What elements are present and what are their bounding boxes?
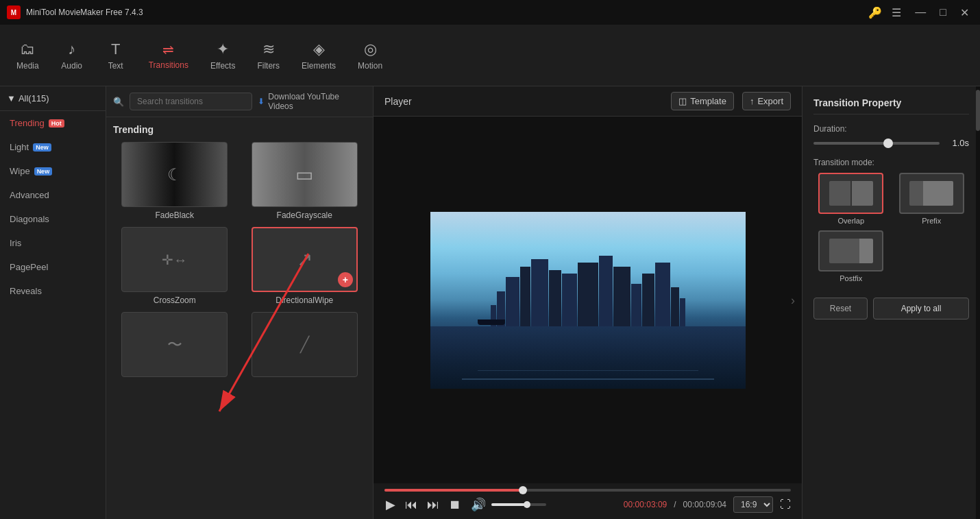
volume-fill: [491, 503, 527, 506]
apply-to-all-btn[interactable]: Apply to all: [873, 298, 969, 319]
transition-grid: ☾ FadeBlack ▭ FadeGrayscale ✛↔ Cros: [113, 142, 366, 381]
total-time: 00:00:09:04: [683, 500, 726, 509]
sidebar-item-trending[interactable]: Trending Hot: [0, 111, 106, 135]
reset-btn[interactable]: Reset: [813, 298, 868, 319]
postfix-thumb[interactable]: [818, 230, 883, 271]
light-badge: New: [33, 143, 51, 152]
transitions-icon: ⇌: [162, 41, 174, 58]
transitions-grid-scroll: Trending ☾ FadeBlack ▭ FadeGrayscale: [106, 117, 373, 519]
scrollbar-thumb: [976, 90, 980, 131]
misc-icon: ╱: [300, 336, 309, 354]
reveals-label: Reveals: [10, 286, 42, 296]
prefix-thumb[interactable]: [899, 173, 964, 214]
overlap-thumb[interactable]: [818, 173, 883, 214]
mode-overlap[interactable]: Overlap: [813, 173, 889, 225]
mode-prefix[interactable]: Prefix: [894, 173, 970, 225]
tool-filters[interactable]: ≋ Filters: [247, 35, 289, 76]
transition-property-panel: Transition Property Duration: 1.0s Trans…: [802, 86, 980, 519]
app-logo: M: [7, 5, 21, 19]
chevron-down-icon: ▼: [7, 93, 16, 104]
transition-thumb-misc[interactable]: ╱: [252, 312, 358, 377]
sidebar-item-iris[interactable]: Iris: [0, 231, 106, 255]
grayscale-icon: ▭: [295, 163, 313, 186]
audio-icon: ♪: [68, 40, 75, 58]
progress-fill: [384, 489, 523, 492]
add-transition-btn[interactable]: +: [338, 272, 353, 287]
fadegrayscale-label: FadeGrayscale: [277, 210, 332, 220]
fadeblack-label: FadeBlack: [155, 210, 194, 220]
crosszoom-label: CrossZoom: [154, 295, 196, 305]
stop-btn[interactable]: ⏹: [448, 496, 463, 514]
sidebar-item-diagonals[interactable]: Diagonals: [0, 207, 106, 231]
trending-label: Trending: [10, 118, 45, 128]
download-icon: ⬇: [258, 97, 265, 106]
diagonal-icon: ↗: [297, 248, 313, 271]
sidebar-item-wipe[interactable]: Wipe New: [0, 159, 106, 183]
aspect-ratio-select[interactable]: 16:9 4:3 1:1: [733, 496, 773, 513]
mode-postfix[interactable]: Postfix: [813, 230, 889, 282]
transition-item-misc[interactable]: ╱: [243, 312, 367, 381]
titlebar-left: M MiniTool MovieMaker Free 7.4.3: [7, 5, 143, 19]
main-toolbar: 🗂 Media ♪ Audio T Text ⇌ Transitions ✦ E…: [0, 25, 980, 86]
transitions-panel: 🔍 ⬇ Download YouTube Videos Trending ☾ F…: [106, 86, 373, 519]
transition-item-wave[interactable]: 〜: [113, 312, 236, 381]
tool-motion[interactable]: ◎ Motion: [348, 35, 392, 76]
tool-elements[interactable]: ◈ Elements: [292, 35, 345, 76]
play-btn[interactable]: ▶: [384, 496, 397, 514]
transition-thumb-fadeblack[interactable]: ☾: [121, 142, 228, 207]
panel-title: Transition Property: [813, 97, 969, 114]
mode-section: Transition mode: Overlap: [813, 158, 969, 282]
tool-media[interactable]: 🗂 Media: [7, 35, 49, 76]
duration-label: Duration:: [813, 124, 969, 134]
prev-btn[interactable]: ⏮: [404, 496, 419, 514]
volume-handle[interactable]: [524, 501, 530, 508]
pagepeel-label: PagePeel: [10, 262, 48, 272]
progress-bar[interactable]: [384, 489, 791, 492]
overlap-label: Overlap: [837, 217, 864, 225]
all-category-header[interactable]: ▼ All(115): [0, 86, 106, 111]
duration-value: 1.0s: [945, 138, 969, 148]
elements-icon: ◈: [313, 40, 325, 58]
export-btn[interactable]: ↑ Export: [742, 92, 791, 110]
tool-audio[interactable]: ♪ Audio: [51, 35, 93, 76]
transition-item-crosszoom[interactable]: ✛↔ CrossZoom: [113, 227, 236, 305]
transition-thumb-wave[interactable]: 〜: [121, 312, 228, 377]
close-btn[interactable]: ✕: [956, 5, 973, 21]
search-input[interactable]: [130, 93, 252, 110]
transition-thumb-crosszoom[interactable]: ✛↔: [121, 227, 228, 292]
next-btn[interactable]: ⏭: [426, 496, 441, 514]
titlebar: M MiniTool MovieMaker Free 7.4.3 🔑 ☰ — □…: [0, 0, 980, 25]
duration-slider[interactable]: [813, 142, 940, 145]
mode-label: Transition mode:: [813, 158, 969, 167]
transition-thumb-fadegrayscale[interactable]: ▭: [252, 142, 358, 207]
sidebar-item-light[interactable]: Light New: [0, 135, 106, 159]
fullscreen-btn[interactable]: ⛶: [780, 498, 791, 511]
volume-icon[interactable]: 🔊: [469, 496, 487, 514]
transition-item-fadeblack[interactable]: ☾ FadeBlack: [113, 142, 236, 220]
player-video: ›: [373, 117, 802, 483]
tool-effects[interactable]: ✦ Effects: [201, 35, 245, 76]
transition-item-directionalwipe[interactable]: ↗ + DirectionalWipe: [243, 227, 367, 305]
current-time: 00:00:03:09: [553, 500, 667, 509]
maximize-btn[interactable]: □: [935, 5, 951, 20]
volume-bar[interactable]: [491, 503, 546, 506]
minimize-btn[interactable]: —: [911, 5, 930, 20]
main-content: ▼ All(115) Trending Hot Light New Wipe N…: [0, 86, 980, 519]
transition-thumb-directionalwipe[interactable]: ↗ +: [252, 227, 358, 292]
prefix-label: Prefix: [922, 217, 941, 225]
right-panel-scrollbar[interactable]: [976, 86, 980, 519]
tool-text[interactable]: T Text: [95, 35, 136, 76]
tool-transitions[interactable]: ⇌ Transitions: [139, 36, 198, 75]
sidebar-item-reveals[interactable]: Reveals: [0, 279, 106, 303]
sidebar-item-advanced[interactable]: Advanced: [0, 183, 106, 207]
sidebar-item-pagepeel[interactable]: PagePeel: [0, 255, 106, 279]
transition-item-fadegrayscale[interactable]: ▭ FadeGrayscale: [243, 142, 367, 220]
expand-panel-arrow[interactable]: ›: [791, 293, 795, 307]
progress-handle[interactable]: [519, 486, 527, 494]
titlebar-controls[interactable]: 🔑 ☰ — □ ✕: [868, 5, 973, 21]
download-youtube-btn[interactable]: ⬇ Download YouTube Videos: [258, 92, 366, 111]
template-btn[interactable]: ◫ Template: [671, 92, 734, 110]
menu-btn[interactable]: ☰: [887, 5, 905, 21]
duration-section: Duration: 1.0s: [813, 124, 969, 148]
filters-icon: ≋: [262, 40, 275, 58]
